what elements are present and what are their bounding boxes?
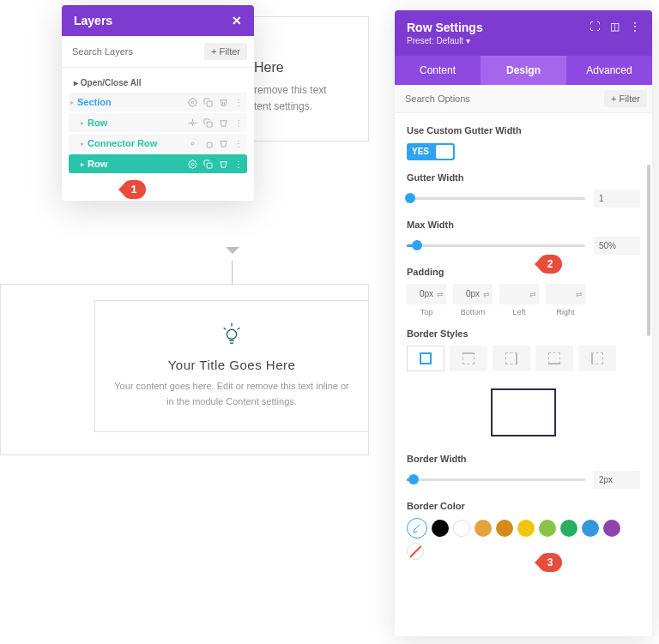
svg-line-10	[224, 328, 227, 329]
settings-tabs: Content Design Advanced	[395, 56, 652, 85]
color-none[interactable]	[407, 543, 424, 560]
layer-section[interactable]: ▸ Section ⋮	[69, 93, 247, 111]
slider-thumb[interactable]	[405, 193, 415, 203]
callout-3: 3	[538, 553, 562, 572]
open-close-all[interactable]: ▸ Open/Close All	[69, 75, 247, 91]
link-icon[interactable]: ⇄	[529, 290, 536, 298]
trash-icon[interactable]	[218, 117, 228, 128]
color-yellow[interactable]	[517, 520, 535, 537]
padding-top-input[interactable]: 0px⇄	[407, 284, 446, 304]
toggle-switch	[436, 145, 453, 159]
partial-text-2: tent settings.	[254, 99, 351, 115]
color-blue[interactable]	[582, 520, 599, 537]
gear-icon[interactable]	[187, 159, 197, 169]
duplicate-icon[interactable]	[203, 159, 213, 169]
trash-icon[interactable]	[218, 138, 228, 148]
module-title: Your Title Goes Here	[112, 358, 351, 372]
gutter-width-value[interactable]: 1	[594, 190, 640, 208]
layers-header: Layers ✕	[62, 5, 254, 36]
color-black[interactable]	[432, 520, 449, 537]
callout-2: 2	[538, 255, 562, 274]
gutter-toggle[interactable]: YES	[407, 143, 455, 160]
border-width-slider[interactable]	[407, 478, 585, 481]
tab-content[interactable]: Content	[395, 56, 481, 85]
slider-thumb[interactable]	[408, 474, 419, 485]
color-lightgreen[interactable]	[539, 520, 556, 537]
color-purple[interactable]	[603, 520, 620, 537]
settings-body: Use Custom Gutter Width YES Gutter Width…	[395, 113, 652, 572]
partial-text-1: remove this text	[254, 82, 351, 99]
scrollbar[interactable]	[647, 165, 650, 336]
connector-line	[232, 261, 233, 284]
padding-bottom-input[interactable]: 0px⇄	[453, 284, 493, 304]
more-icon[interactable]: ⋮	[233, 159, 244, 169]
color-orange[interactable]	[475, 520, 492, 537]
settings-preset[interactable]: Preset: Default ▾	[407, 36, 483, 45]
max-width-value[interactable]: 50%	[594, 237, 640, 255]
layers-body: ▸ Open/Close All ▸ Section ⋮ ▸ Row ⋮ ▸ C…	[62, 68, 254, 201]
svg-point-6	[191, 163, 194, 166]
expand-icon[interactable]: ⛶	[589, 21, 600, 33]
border-style-all[interactable]	[407, 346, 444, 371]
max-width-slider[interactable]	[407, 244, 585, 247]
layer-row-1[interactable]: ▸ Row ⋮	[69, 113, 247, 132]
chevron-icon: ▸	[81, 160, 84, 168]
label-gutter-toggle: Use Custom Gutter Width	[407, 125, 640, 135]
more-icon[interactable]: ⋮	[233, 117, 244, 128]
link-icon[interactable]: ⇄	[483, 290, 490, 298]
settings-search-row: + Filter	[395, 85, 652, 113]
pad-label-left: Left	[512, 308, 525, 316]
gutter-width-slider[interactable]	[407, 197, 585, 200]
slider-thumb[interactable]	[412, 240, 422, 250]
svg-rect-5	[207, 142, 212, 147]
more-icon[interactable]: ⋮	[233, 138, 244, 148]
layers-panel: Layers ✕ + Filter ▸ Open/Close All ▸ Sec…	[62, 5, 254, 201]
label-gutter-width: Gutter Width	[407, 172, 640, 183]
tab-design[interactable]: Design	[481, 56, 566, 85]
settings-header: Row Settings Preset: Default ▾ ⛶ ◫ ⋮	[395, 10, 652, 56]
chevron-icon: ▸	[81, 140, 84, 147]
eyedropper-icon[interactable]	[407, 518, 427, 539]
duplicate-icon[interactable]	[203, 138, 213, 148]
gear-icon[interactable]	[187, 138, 197, 148]
border-style-top[interactable]	[450, 346, 487, 371]
border-style-bottom[interactable]	[535, 346, 573, 371]
border-width-value[interactable]: 2px	[594, 471, 640, 489]
trash-icon[interactable]	[218, 159, 228, 169]
padding-left-input[interactable]: ⇄	[499, 284, 539, 304]
canvas-module[interactable]: Your Title Goes Here Your content goes h…	[94, 300, 369, 432]
filter-button[interactable]: + Filter	[204, 43, 247, 60]
connector-arrow-icon	[226, 247, 239, 261]
color-swatches	[407, 518, 640, 560]
duplicate-icon[interactable]	[203, 117, 213, 128]
layer-connector-row[interactable]: ▸ Connector Row ⋮	[69, 134, 247, 153]
more-icon[interactable]: ⋮	[630, 21, 640, 33]
gear-icon[interactable]	[187, 117, 197, 128]
module-content: Your content goes here. Edit or remove t…	[112, 379, 351, 409]
border-preview	[491, 388, 556, 436]
label-padding: Padding	[407, 267, 640, 277]
settings-filter-button[interactable]: + Filter	[604, 90, 647, 107]
color-green[interactable]	[560, 520, 577, 537]
close-icon[interactable]: ✕	[232, 14, 242, 27]
tab-advanced[interactable]: Advanced	[566, 56, 652, 85]
color-white[interactable]	[453, 520, 470, 537]
color-darkorange[interactable]	[496, 520, 513, 537]
more-icon[interactable]: ⋮	[233, 97, 244, 107]
svg-line-11	[238, 328, 240, 329]
dock-icon[interactable]: ◫	[610, 21, 620, 33]
trash-icon[interactable]	[218, 97, 228, 107]
lightbulb-icon	[219, 320, 245, 346]
border-style-right[interactable]	[493, 346, 530, 371]
duplicate-icon[interactable]	[203, 97, 213, 107]
gear-icon[interactable]	[187, 97, 197, 107]
pad-label-bottom: Bottom	[461, 308, 486, 316]
layer-row-2-active[interactable]: ▸ Row ⋮	[69, 154, 247, 173]
padding-right-input[interactable]: ⇄	[546, 284, 585, 304]
layers-search-input[interactable]	[69, 43, 199, 60]
link-icon[interactable]: ⇄	[576, 290, 583, 298]
border-style-left[interactable]	[578, 346, 616, 371]
link-icon[interactable]: ⇄	[437, 290, 444, 298]
pad-label-right: Right	[556, 308, 574, 316]
settings-search-input[interactable]	[400, 90, 604, 107]
